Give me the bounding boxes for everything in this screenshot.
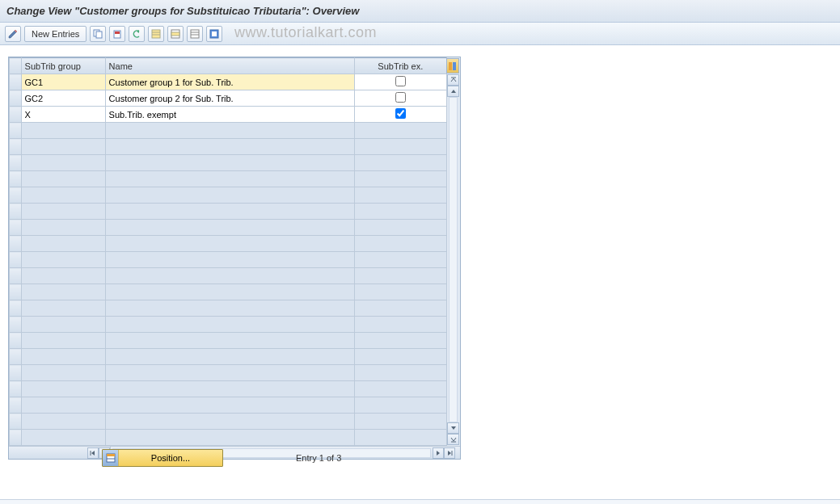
scroll-top-button[interactable] [447, 74, 459, 86]
table-row [10, 381, 447, 397]
cell-ex [354, 139, 446, 155]
table-row [10, 204, 447, 220]
row-selector[interactable] [10, 107, 22, 123]
row-selector[interactable] [10, 204, 22, 220]
cell-name [105, 284, 354, 300]
cell-group[interactable] [21, 90, 105, 107]
page-title: Change View "Customer groups for Substit… [6, 5, 359, 17]
position-label: Position... [119, 453, 222, 463]
row-selector[interactable] [10, 365, 22, 381]
select-block-button[interactable] [167, 26, 184, 42]
undo-button[interactable] [129, 26, 145, 42]
row-selector[interactable] [10, 381, 22, 397]
cell-ex [354, 300, 446, 317]
cell-group [21, 397, 105, 414]
ex-checkbox[interactable] [395, 76, 406, 86]
app-toolbar: New Entries www.tutorialkart.com [0, 23, 840, 45]
table-row [10, 430, 447, 446]
cell-ex [354, 268, 446, 284]
select-block-icon [171, 29, 180, 39]
cell-ex [354, 284, 446, 300]
select-all-header[interactable] [10, 58, 22, 74]
chevron-down-icon [450, 425, 457, 431]
cell-ex [354, 123, 446, 139]
table-row [10, 317, 447, 333]
row-selector[interactable] [10, 300, 22, 317]
cell-ex[interactable] [354, 90, 446, 107]
table-row [10, 397, 447, 414]
cell-ex [354, 171, 446, 187]
row-selector[interactable] [10, 90, 22, 107]
cell-ex [354, 397, 446, 414]
cell-name [105, 300, 354, 317]
row-selector[interactable] [10, 317, 22, 333]
row-selector[interactable] [10, 171, 22, 187]
deselect-all-icon [190, 29, 200, 39]
ex-checkbox[interactable] [395, 92, 406, 103]
cell-name [105, 268, 354, 284]
vscroll-track[interactable] [449, 97, 458, 422]
title-bar: Change View "Customer groups for Substit… [0, 0, 840, 23]
group-input[interactable] [22, 107, 105, 122]
row-selector[interactable] [10, 252, 22, 268]
table-config-button[interactable] [446, 58, 459, 74]
cell-name [105, 123, 354, 139]
cell-group[interactable] [21, 107, 105, 123]
configuration-button[interactable] [206, 26, 222, 42]
row-selector[interactable] [10, 220, 22, 236]
delete-button[interactable] [109, 26, 125, 42]
position-button[interactable]: Position... [102, 449, 223, 467]
chevron-up-icon [450, 88, 457, 94]
cell-group[interactable] [21, 74, 105, 90]
row-selector[interactable] [10, 74, 22, 90]
name-input[interactable] [106, 107, 354, 122]
new-entries-button[interactable]: New Entries [24, 26, 87, 42]
col-header-name[interactable]: Name [105, 58, 354, 74]
cell-ex [354, 430, 446, 446]
cell-name[interactable] [105, 90, 354, 107]
svg-rect-13 [212, 32, 217, 36]
col-header-ex[interactable]: SubTrib ex. [354, 58, 446, 74]
row-selector[interactable] [10, 333, 22, 349]
row-selector[interactable] [10, 414, 22, 430]
row-selector[interactable] [10, 397, 22, 414]
group-input[interactable] [22, 74, 105, 90]
group-input[interactable] [22, 90, 105, 106]
cell-ex [354, 220, 446, 236]
table-row [10, 187, 447, 204]
row-selector[interactable] [10, 268, 22, 284]
cell-group [21, 220, 105, 236]
scroll-up-button[interactable] [447, 86, 459, 97]
vertical-scrollbar[interactable] [446, 74, 459, 445]
col-header-group[interactable]: SubTrib group [21, 58, 105, 74]
cell-ex[interactable] [354, 107, 446, 123]
row-selector[interactable] [10, 123, 22, 139]
name-input[interactable] [106, 90, 354, 106]
copy-as-button[interactable] [90, 26, 106, 42]
toggle-display-change-button[interactable] [5, 26, 21, 42]
cell-ex[interactable] [354, 74, 446, 90]
cell-name[interactable] [105, 107, 354, 123]
table-row [10, 414, 447, 430]
row-selector[interactable] [10, 187, 22, 204]
row-selector[interactable] [10, 236, 22, 252]
cell-group [21, 123, 105, 139]
table-row [10, 365, 447, 381]
table-row [10, 300, 447, 317]
name-input[interactable] [106, 74, 354, 90]
ex-checkbox[interactable] [395, 108, 406, 119]
row-selector[interactable] [10, 349, 22, 365]
select-all-button[interactable] [148, 26, 164, 42]
deselect-all-button[interactable] [187, 26, 203, 42]
cell-name[interactable] [105, 74, 354, 90]
cell-group [21, 268, 105, 284]
row-selector[interactable] [10, 139, 22, 155]
row-selector[interactable] [10, 430, 22, 446]
scroll-down-button[interactable] [447, 422, 459, 434]
scroll-bottom-button[interactable] [447, 434, 459, 445]
cell-ex [354, 317, 446, 333]
table-row [10, 155, 447, 171]
row-selector[interactable] [10, 155, 22, 171]
row-selector[interactable] [10, 284, 22, 300]
table-row [10, 107, 447, 123]
